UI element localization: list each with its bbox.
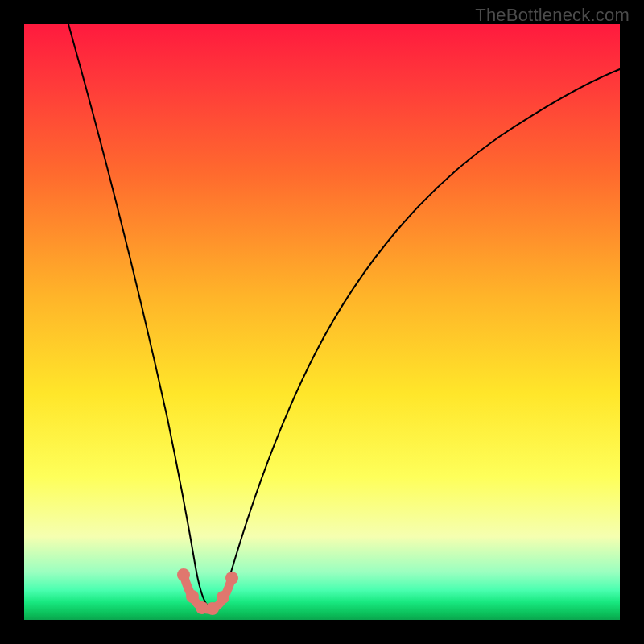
marker-dot [206, 602, 219, 615]
bottleneck-curve [68, 24, 620, 608]
marker-dot [186, 590, 199, 603]
marker-dot [177, 568, 190, 581]
marker-dot [225, 572, 238, 584]
marker-dot [217, 591, 229, 604]
plot-area [24, 24, 620, 620]
curve-layer [24, 24, 620, 620]
chart-frame: TheBottleneck.com [0, 0, 644, 644]
attribution-text: TheBottleneck.com [475, 5, 630, 26]
highlight-markers [177, 568, 238, 615]
